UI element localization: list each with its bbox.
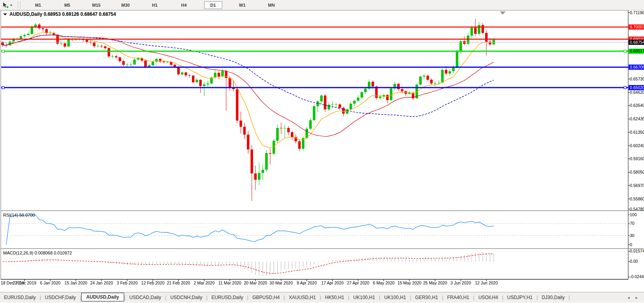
date-label: 6 Jan 2020 — [40, 281, 60, 285]
candle — [115, 56, 117, 58]
candle — [441, 70, 443, 82]
candle — [181, 73, 183, 75]
timeframe-button-w1[interactable]: W1 — [233, 1, 251, 9]
chart-tab-hk50-8[interactable]: HK50,H1 — [321, 294, 348, 301]
date-label: 20 Mar 2020 — [244, 281, 267, 285]
timeframe-button-m15[interactable]: M15 — [87, 1, 106, 9]
candle — [328, 105, 330, 110]
candle — [397, 84, 400, 90]
candle — [372, 82, 374, 86]
hline-handle[interactable] — [624, 86, 626, 89]
chart-tab-xauusd-7[interactable]: XAUUSD,H1 — [285, 294, 320, 301]
chart-tab-usdchf-1[interactable]: USDCHF,Daily — [41, 294, 80, 301]
candle — [401, 89, 403, 91]
candle — [390, 88, 392, 100]
timeframe-button-h1[interactable]: H1 — [146, 1, 164, 9]
candle — [97, 46, 99, 46]
candle — [42, 28, 44, 29]
candle — [287, 128, 290, 132]
candle — [20, 36, 22, 39]
candle — [254, 174, 257, 180]
candle — [423, 76, 425, 77]
date-label: 15 Jan 2020 — [65, 281, 87, 285]
candle — [240, 121, 242, 127]
timeframe-button-mn[interactable]: MN — [262, 1, 281, 9]
chart-tab-eurusd-0[interactable]: EURUSD,Daily — [0, 294, 40, 301]
rsi-label: RSI(14) 59.0700 — [3, 213, 35, 217]
chart-tab-usdcad-3[interactable]: USDCAD,Daily — [125, 294, 165, 301]
candle — [346, 109, 348, 114]
date-label: 21 Feb 2020 — [167, 281, 190, 285]
timeframe-button-m1[interactable]: M1 — [29, 1, 47, 9]
candle — [283, 128, 286, 128]
price-tick-label: 0.63540 — [630, 103, 644, 108]
candle — [316, 101, 319, 106]
candle — [104, 47, 106, 48]
candle — [111, 56, 114, 57]
hline-handle[interactable] — [624, 50, 626, 52]
chart-canvas[interactable]: 0.711900.657300.646200.635400.624300.613… — [0, 0, 644, 303]
date-label: 3 Jun 2020 — [450, 281, 471, 285]
candle — [192, 76, 194, 82]
candle — [339, 105, 341, 108]
rsi-scale-label: 100 — [630, 212, 637, 217]
candle — [474, 28, 476, 34]
timeframe-button-m30[interactable]: M30 — [117, 1, 135, 9]
cursor-tool-button[interactable]: ▾ — [0, 0, 15, 10]
candle — [155, 59, 158, 62]
price-badge-text: 0.68754 — [630, 40, 644, 45]
chart-tab-usdcnh-4[interactable]: USDCNH,Daily — [166, 294, 206, 301]
candle — [199, 80, 202, 86]
candle — [379, 97, 381, 98]
date-label: 30 Mar 2020 — [270, 281, 293, 285]
chart-tab-gbpusd-6[interactable]: GBPUSD,H4 — [248, 294, 283, 301]
chart-cursor-icon — [2, 2, 9, 8]
rsi-scale-label: 0 — [630, 242, 632, 247]
price-tick-label: 0.59160 — [630, 156, 644, 161]
trading-platform-window: ▾ M1M5M15M30H1H4D1W1MN 0.711900.657300.6… — [0, 0, 644, 303]
chart-tab-eurusd-5[interactable]: EURUSD,Daily — [207, 294, 247, 301]
chart-tab-dj30-15[interactable]: DJ30,Daily — [538, 294, 568, 301]
candle — [93, 43, 95, 46]
chart-tab-usoil-13[interactable]: USOil,H4 — [475, 294, 502, 301]
candle — [100, 46, 102, 46]
date-label: 24 Jan 2020 — [90, 281, 113, 285]
candle — [280, 128, 282, 128]
timeframe-button-d1[interactable]: D1 — [204, 1, 222, 9]
candle — [34, 24, 37, 26]
toolbar-grip — [18, 2, 20, 9]
timeframe-button-h4[interactable]: H4 — [175, 1, 193, 9]
candle — [221, 71, 223, 77]
date-label: 3 Feb 2020 — [117, 281, 138, 285]
tab-scroll-arrows[interactable]: ◂ ▸ — [627, 295, 644, 300]
cursor-tool-dropdown-icon[interactable]: ▾ — [10, 3, 12, 7]
candle — [335, 105, 337, 105]
chart-tab-fra40-12[interactable]: FRA40,H1 — [443, 294, 473, 301]
candle — [152, 62, 154, 65]
chart-tab-ger30-11[interactable]: GER30,H1 — [411, 294, 442, 301]
price-tick-label: 0.65730 — [630, 77, 644, 81]
candle — [166, 62, 169, 62]
candle — [445, 70, 447, 73]
candle — [1, 42, 4, 45]
hline-handle[interactable] — [2, 86, 4, 89]
candle — [353, 101, 356, 103]
candle — [419, 77, 422, 84]
candle — [122, 61, 125, 65]
candle — [276, 128, 279, 140]
macd-scale-label: 0.015741 — [630, 249, 644, 253]
candle — [177, 67, 180, 74]
candle — [144, 60, 147, 67]
timeframe-button-m5[interactable]: M5 — [58, 1, 76, 9]
candle — [291, 132, 293, 137]
candle — [482, 25, 484, 33]
chart-tab-usdjpy-14[interactable]: USDJPY,H1 — [503, 294, 536, 301]
candle — [313, 106, 315, 120]
price-tick-label: 0.60240 — [630, 143, 644, 148]
chart-tab-uk100-10[interactable]: UK100,H1 — [380, 294, 410, 301]
date-label: 12 Feb 2020 — [141, 281, 164, 285]
hline-handle[interactable] — [2, 50, 4, 52]
price-badge-text: 0.68017 — [630, 49, 644, 53]
chart-tab-uk100-9[interactable]: UK100,H1 — [349, 294, 379, 301]
chart-tab-audusd-2[interactable]: AUDUSD,Daily — [81, 293, 124, 301]
